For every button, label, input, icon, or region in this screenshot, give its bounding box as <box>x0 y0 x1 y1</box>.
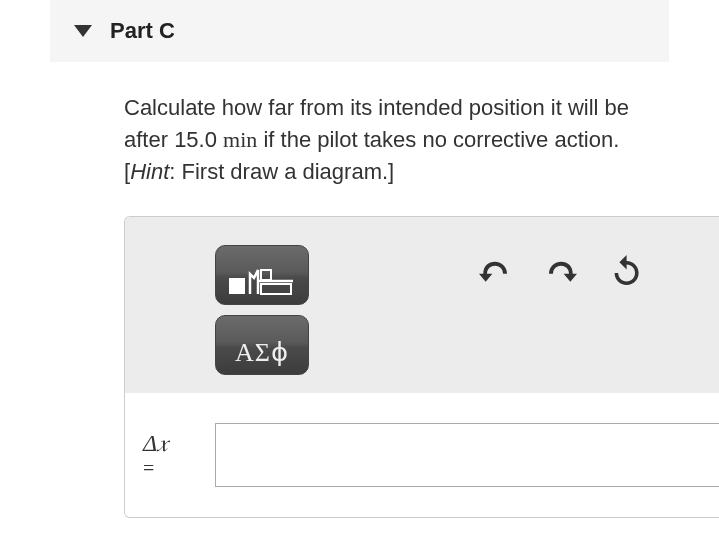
reset-icon <box>611 255 643 287</box>
tool-stack: ΑΣϕ <box>215 245 309 375</box>
question-prompt: Calculate how far from its intended posi… <box>124 92 669 188</box>
part-header[interactable]: Part C <box>50 0 669 62</box>
svg-rect-0 <box>229 278 245 294</box>
redo-icon <box>545 255 577 287</box>
math-templates-button[interactable] <box>215 245 309 305</box>
math-templates-icon <box>227 268 297 298</box>
redo-button[interactable] <box>545 255 581 291</box>
answer-panel: ΑΣϕ Δ𝑥 = <box>124 216 719 518</box>
toolbar: ΑΣϕ <box>125 217 719 393</box>
reset-button[interactable] <box>611 255 647 291</box>
greek-symbols-label: ΑΣϕ <box>235 337 289 368</box>
svg-rect-1 <box>261 270 271 280</box>
chevron-down-icon <box>74 25 92 37</box>
variable-symbol: Δ𝑥 <box>143 430 197 456</box>
variable-label: Δ𝑥 = <box>143 430 197 478</box>
undo-button[interactable] <box>479 255 515 291</box>
answer-input-row: Δ𝑥 = <box>125 393 719 517</box>
undo-icon <box>479 255 511 287</box>
hint-text: : First draw a diagram.] <box>169 159 394 184</box>
history-controls <box>479 245 647 291</box>
greek-symbols-button[interactable]: ΑΣϕ <box>215 315 309 375</box>
part-title: Part C <box>110 18 175 44</box>
hint-label: Hint <box>130 159 169 184</box>
answer-input[interactable] <box>215 423 719 487</box>
question-time-unit: min <box>223 127 257 152</box>
equals-sign: = <box>143 457 197 479</box>
svg-rect-3 <box>261 284 291 294</box>
